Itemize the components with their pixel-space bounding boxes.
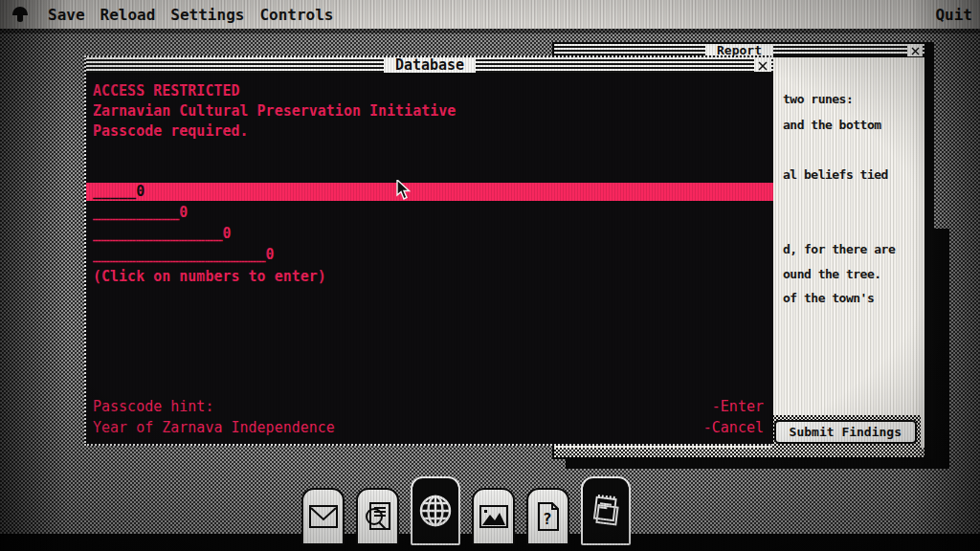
passcode-digit-row-2[interactable]: __________0 [86, 204, 773, 222]
database-window: Database ACCESS RESTRICTED Zarnavian Cul… [84, 55, 773, 446]
cancel-action[interactable]: -Cancel [703, 417, 764, 438]
database-globe-icon[interactable] [411, 476, 460, 545]
report-window-title: Report [705, 44, 773, 56]
svg-text:?: ? [543, 510, 552, 528]
menu-item-controls[interactable]: Controls [259, 6, 333, 24]
initiative-name: Zarnavian Cultural Preservation Initiati… [93, 101, 773, 121]
report-close-icon[interactable] [907, 45, 923, 56]
mushroom-menu-icon[interactable] [10, 5, 33, 24]
notes-icon[interactable] [581, 476, 631, 545]
passcode-hint-value: Year of Zarnava Independence [93, 417, 335, 438]
report-text-line: two runes: [783, 92, 853, 106]
database-titlebar[interactable]: Database [86, 57, 773, 75]
menu-bar: Save Reload Settings Controls Quit [0, 0, 980, 29]
mail-icon[interactable] [301, 488, 345, 545]
help-icon[interactable]: ? [526, 488, 569, 545]
passcode-digit-row-1[interactable]: _____0 [86, 183, 773, 201]
report-text-line: of the town's [783, 291, 874, 305]
menu-item-settings[interactable]: Settings [170, 6, 244, 24]
passcode-required-text: Passcode required. [93, 121, 773, 142]
menu-item-save[interactable]: Save [48, 6, 85, 24]
database-content: ACCESS RESTRICTED Zarnavian Cultural Pre… [86, 77, 773, 444]
access-restricted-heading: ACCESS RESTRICTED [93, 81, 773, 101]
examine-icon[interactable] [356, 488, 399, 545]
passcode-hint-label: Passcode hint: [93, 396, 335, 417]
database-window-title: Database [384, 58, 476, 73]
passcode-digit-rows: _____0 __________0 _______________0 ____… [86, 183, 773, 264]
report-text-line: ound the tree. [783, 267, 881, 281]
submit-findings-button[interactable]: Submit Findings [774, 420, 917, 444]
report-footer-border [554, 448, 924, 457]
menu-item-reload[interactable]: Reload [100, 6, 156, 24]
dock: ? [301, 476, 631, 545]
images-icon[interactable] [472, 488, 515, 545]
passcode-instruction: (Click on numbers to enter) [86, 267, 773, 287]
report-text-line: al beliefs tied [783, 167, 888, 182]
passcode-digit-row-4[interactable]: ____________________0 [86, 246, 773, 264]
enter-action[interactable]: -Enter [703, 396, 764, 417]
submit-findings-frame: Submit Findings [770, 415, 921, 448]
database-close-icon[interactable] [754, 59, 771, 72]
report-text-line: d, for there are [783, 242, 895, 256]
menu-item-quit[interactable]: Quit [935, 6, 972, 24]
report-window-shadow [566, 457, 949, 469]
report-text-line: and the bottom [783, 118, 881, 132]
passcode-digit-row-3[interactable]: _______________0 [86, 225, 773, 243]
